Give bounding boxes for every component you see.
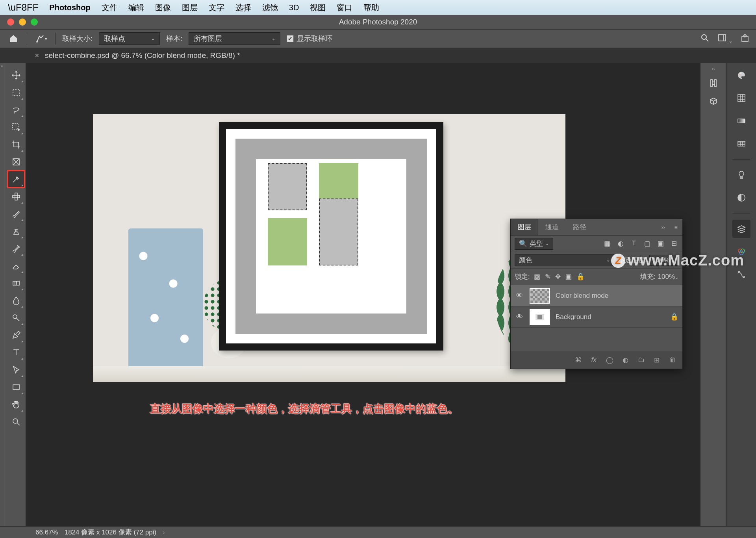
gradient-tool[interactable] <box>8 275 24 291</box>
layer-filter-type[interactable]: 🔍 类型 ⌄ <box>515 238 553 250</box>
menu-3d[interactable]: 3D <box>289 3 299 12</box>
filter-type-icon[interactable]: T <box>630 239 638 248</box>
menu-window[interactable]: 窗口 <box>337 2 352 13</box>
sample-select[interactable]: 所有图层 ⌄ <box>189 32 280 45</box>
zoom-level[interactable]: 66.67% <box>35 529 58 536</box>
layer-thumbnail[interactable] <box>530 288 550 304</box>
libraries-panel-icon[interactable] <box>732 189 750 207</box>
lock-pixels-icon[interactable]: ✎ <box>545 273 550 281</box>
hand-tool[interactable] <box>8 396 24 413</box>
tab-layers[interactable]: 图层 <box>511 219 538 235</box>
layer-row[interactable]: 👁 Background 🔒 <box>511 306 682 328</box>
filter-smart-icon[interactable]: ▣ <box>656 239 665 248</box>
filter-adjustment-icon[interactable]: ◐ <box>616 239 625 248</box>
rectangle-tool[interactable] <box>8 379 24 395</box>
marquee-tool[interactable] <box>8 84 24 101</box>
app-menu[interactable]: Photoshop <box>49 3 90 12</box>
document-tab[interactable]: ✕ select-combine.psd @ 66.7% (Color blen… <box>28 48 247 63</box>
blend-mode-select[interactable]: 颜色 ⌄ <box>515 254 614 266</box>
share-icon[interactable] <box>740 33 750 45</box>
healing-brush-tool[interactable] <box>8 188 24 205</box>
history-brush-tool[interactable] <box>8 240 24 257</box>
menu-file[interactable]: 文件 <box>102 2 117 13</box>
layer-mask-icon[interactable]: ◯ <box>605 356 614 364</box>
history-panel-icon[interactable] <box>705 75 722 91</box>
layer-group-icon[interactable]: 🗀 <box>637 356 645 364</box>
collapse-arrows-icon[interactable]: ‹‹ <box>700 66 726 73</box>
filter-pixel-icon[interactable]: ▦ <box>603 239 611 248</box>
apple-menu[interactable]: \uF8FF <box>8 2 38 13</box>
home-button[interactable] <box>6 32 20 46</box>
tab-paths[interactable]: 路径 <box>566 219 593 235</box>
swatches-panel-icon[interactable] <box>732 89 750 107</box>
chevron-right-icon[interactable]: › <box>163 529 165 536</box>
visibility-toggle[interactable]: 👁 <box>515 313 524 321</box>
menu-filter[interactable]: 滤镜 <box>262 2 278 13</box>
layers-panel-icon[interactable] <box>732 220 750 238</box>
text-tool[interactable] <box>8 344 24 361</box>
learn-panel-icon[interactable] <box>732 166 750 184</box>
zoom-tool[interactable] <box>8 414 24 430</box>
quick-select-tool[interactable] <box>8 119 24 135</box>
layer-name[interactable]: Color blend mode <box>556 292 608 300</box>
layers-panel[interactable]: 图层 通道 路径 ›› ≡ 🔍 类型 ⌄ ▦ ◐ T ▢ ▣ ⊟ 颜色 ⌄ 不透… <box>510 219 683 369</box>
visibility-toggle[interactable]: 👁 <box>515 292 524 300</box>
lock-all-icon[interactable]: 🔒 <box>576 273 585 281</box>
search-icon[interactable] <box>700 33 710 45</box>
menu-type[interactable]: 文字 <box>209 2 224 13</box>
layer-fx-icon[interactable]: fx <box>589 356 598 364</box>
patterns-panel-icon[interactable] <box>732 135 750 153</box>
link-layers-icon[interactable]: ⌘ <box>574 356 582 364</box>
sample-size-select[interactable]: 取样点 ⌄ <box>99 32 160 45</box>
new-layer-icon[interactable]: ⊞ <box>652 356 661 364</box>
canvas-document[interactable] <box>93 114 565 382</box>
fill-value[interactable]: 100%⌄ <box>658 273 678 281</box>
clone-stamp-tool[interactable] <box>8 223 24 239</box>
filter-toggle-icon[interactable]: ⊟ <box>670 239 678 248</box>
show-sampling-ring-checkbox[interactable]: ✔ 显示取样环 <box>287 34 332 43</box>
blur-tool[interactable] <box>8 292 24 309</box>
svg-rect-12 <box>13 195 15 198</box>
brush-tool[interactable] <box>8 206 24 222</box>
color-panel-icon[interactable] <box>732 66 750 84</box>
lock-icon[interactable]: 🔒 <box>670 313 678 321</box>
panel-menu-icon[interactable]: ≡ <box>670 224 682 230</box>
close-tab-icon[interactable]: ✕ <box>35 52 39 59</box>
delete-layer-icon[interactable]: 🗑 <box>668 356 677 364</box>
tool-preset-picker[interactable]: ▾ <box>33 33 49 45</box>
layer-row[interactable]: 👁 Color blend mode <box>511 285 682 306</box>
path-select-tool[interactable] <box>8 362 24 378</box>
3d-panel-icon[interactable] <box>705 93 722 109</box>
menu-edit[interactable]: 编辑 <box>128 2 144 13</box>
menu-layer[interactable]: 图层 <box>182 2 198 13</box>
svg-rect-20 <box>13 385 19 390</box>
collapse-panel-icon[interactable]: ›› <box>657 224 670 230</box>
workspace-switcher[interactable]: ⌄ <box>717 33 732 45</box>
filter-shape-icon[interactable]: ▢ <box>643 239 652 248</box>
lasso-tool[interactable] <box>8 102 24 118</box>
doc-info[interactable]: 1824 像素 x 1026 像素 (72 ppi) <box>65 528 156 537</box>
layer-name[interactable]: Background <box>556 313 591 321</box>
window-minimize[interactable] <box>19 19 26 26</box>
pen-tool[interactable] <box>8 327 24 343</box>
adjustment-layer-icon[interactable]: ◐ <box>621 356 630 364</box>
menu-image[interactable]: 图像 <box>155 2 171 13</box>
move-tool[interactable] <box>8 67 24 83</box>
eraser-tool[interactable] <box>8 258 24 274</box>
dodge-tool[interactable] <box>8 310 24 326</box>
menu-select[interactable]: 选择 <box>235 2 251 13</box>
lock-transparency-icon[interactable]: ▩ <box>534 273 540 281</box>
menu-view[interactable]: 视图 <box>310 2 326 13</box>
crop-tool[interactable] <box>8 136 24 153</box>
lock-artboard-icon[interactable]: ▣ <box>565 273 572 281</box>
menu-help[interactable]: 帮助 <box>363 2 379 13</box>
frame-tool[interactable] <box>8 154 24 170</box>
gradients-panel-icon[interactable] <box>732 112 750 130</box>
eyedropper-tool[interactable] <box>8 171 24 187</box>
lock-position-icon[interactable]: ✥ <box>555 273 561 281</box>
layer-thumbnail[interactable] <box>530 309 550 325</box>
tab-channels[interactable]: 通道 <box>538 219 566 235</box>
window-close[interactable] <box>7 19 14 26</box>
window-maximize[interactable] <box>31 19 38 26</box>
panel-collapse-rail[interactable]: ›› <box>0 63 6 526</box>
